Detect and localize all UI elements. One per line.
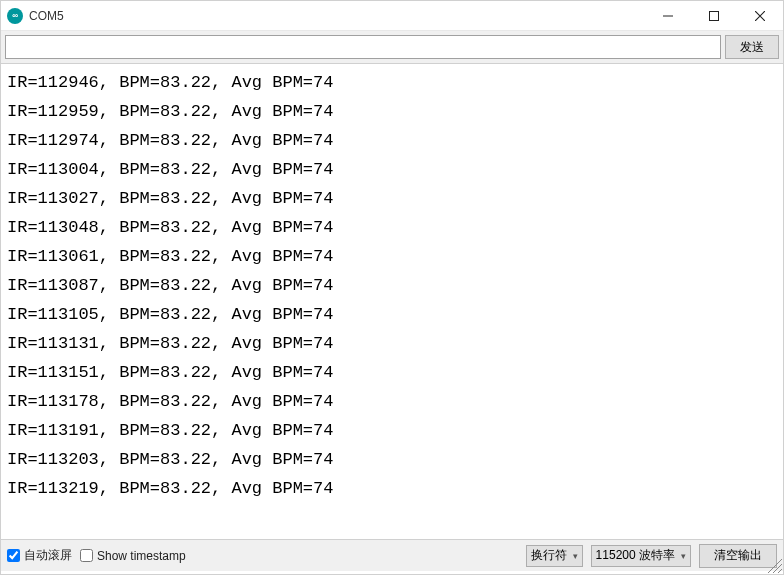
serial-output-area[interactable]: IR=112946, BPM=83.22, Avg BPM=74 IR=1129…	[1, 64, 783, 539]
maximize-icon	[709, 11, 719, 21]
serial-send-input[interactable]	[5, 35, 721, 59]
timestamp-checkbox-label[interactable]: Show timestamp	[80, 549, 186, 563]
window-titlebar: ∞ COM5	[1, 1, 783, 31]
window-resize-grip[interactable]	[768, 559, 782, 573]
window-close-button[interactable]	[737, 1, 783, 31]
svg-rect-0	[710, 11, 719, 20]
status-bar: 自动滚屏 Show timestamp 换行符 ▾ 115200 波特率 ▾ 清…	[1, 539, 783, 571]
window-title: COM5	[29, 9, 645, 23]
timestamp-label-text: Show timestamp	[97, 549, 186, 563]
autoscroll-checkbox[interactable]	[7, 549, 20, 562]
minimize-icon	[663, 11, 673, 21]
close-icon	[755, 11, 765, 21]
chevron-down-icon: ▾	[681, 551, 686, 561]
window-minimize-button[interactable]	[645, 1, 691, 31]
autoscroll-label-text: 自动滚屏	[24, 547, 72, 564]
send-toolbar: 发送	[1, 31, 783, 64]
clear-output-button[interactable]: 清空输出	[699, 544, 777, 568]
line-ending-value: 换行符	[531, 547, 567, 564]
send-button[interactable]: 发送	[725, 35, 779, 59]
timestamp-checkbox[interactable]	[80, 549, 93, 562]
resize-grip-icon	[768, 559, 782, 573]
baud-rate-select[interactable]: 115200 波特率 ▾	[591, 545, 691, 567]
arduino-app-icon: ∞	[7, 8, 23, 24]
line-ending-select[interactable]: 换行符 ▾	[526, 545, 583, 567]
window-maximize-button[interactable]	[691, 1, 737, 31]
baud-rate-value: 115200 波特率	[596, 547, 675, 564]
chevron-down-icon: ▾	[573, 551, 578, 561]
autoscroll-checkbox-label[interactable]: 自动滚屏	[7, 547, 72, 564]
